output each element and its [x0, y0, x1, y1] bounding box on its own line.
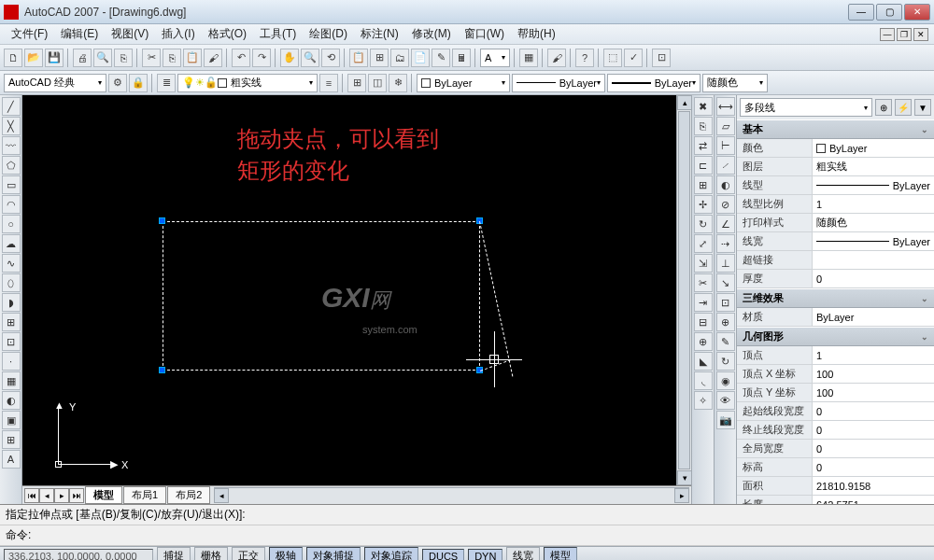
menu-help[interactable]: 帮助(H): [512, 24, 561, 44]
hatch-tool[interactable]: ▦: [2, 371, 21, 390]
prop-globalw-value[interactable]: 0: [812, 440, 934, 457]
properties-button[interactable]: 📋: [349, 49, 368, 67]
layer-freeze-button[interactable]: ❄: [389, 74, 407, 92]
prop-vy-value[interactable]: 100: [812, 384, 934, 401]
array-tool[interactable]: ⊞: [694, 175, 713, 194]
leader-tool[interactable]: ↘: [716, 273, 735, 292]
layer-states-button[interactable]: ⊞: [347, 74, 366, 92]
osnap-toggle[interactable]: 对象捕捉: [306, 547, 361, 560]
linetype-combo[interactable]: ByLayer▾: [512, 74, 605, 92]
paste-button[interactable]: 📋: [183, 49, 202, 67]
preview-button[interactable]: 🔍: [93, 49, 112, 67]
table-tool[interactable]: ⊞: [2, 430, 21, 449]
tab-last-button[interactable]: ⏭: [69, 488, 84, 503]
close-button[interactable]: ✕: [904, 4, 930, 21]
polar-toggle[interactable]: 极轴: [269, 547, 303, 560]
minimize-button[interactable]: —: [848, 4, 874, 21]
publish-button[interactable]: ⎘: [114, 49, 133, 67]
dim-angular-tool[interactable]: ∠: [716, 215, 735, 233]
tab-model[interactable]: 模型: [85, 486, 122, 504]
stretch-tool[interactable]: ⇲: [694, 254, 713, 273]
help-button[interactable]: ?: [575, 49, 594, 67]
offset-tool[interactable]: ⊏: [694, 156, 713, 175]
ducs-toggle[interactable]: DUCS: [422, 549, 464, 561]
dist-tool[interactable]: ⟷: [716, 97, 735, 116]
vertical-scrollbar[interactable]: ▴ ▾: [676, 95, 691, 485]
paint-button[interactable]: 🖌: [547, 49, 566, 67]
mirror-tool[interactable]: ⇄: [694, 136, 713, 155]
grip-tl[interactable]: [159, 217, 165, 224]
prop-startw-value[interactable]: 0: [812, 402, 934, 420]
copy-tool[interactable]: ⎘: [694, 117, 713, 135]
area-tool[interactable]: ▱: [716, 117, 735, 135]
fillet-tool[interactable]: ◟: [694, 371, 713, 390]
menu-file[interactable]: 文件(F): [6, 24, 53, 44]
ortho-toggle[interactable]: 正交: [232, 547, 265, 560]
prop-endw-value[interactable]: 0: [812, 421, 934, 439]
extend-tool[interactable]: ⇥: [694, 293, 713, 312]
layer-combo[interactable]: 💡 ☀ 🔓 粗实线 ▾: [177, 74, 318, 92]
erase-tool[interactable]: ✖: [694, 97, 713, 116]
tool-c-button[interactable]: ⊡: [652, 49, 671, 67]
layer-manager-button[interactable]: ≣: [157, 74, 176, 92]
menu-draw[interactable]: 绘图(D): [304, 24, 353, 44]
circle-tool[interactable]: ○: [2, 215, 21, 233]
snap-toggle[interactable]: 捕捉: [157, 547, 191, 560]
center-tool[interactable]: ⊕: [716, 313, 735, 331]
dim-update-tool[interactable]: ↻: [716, 352, 735, 371]
dim-diameter-tool[interactable]: ⊘: [716, 195, 735, 214]
menu-dimension[interactable]: 标注(N): [355, 24, 404, 44]
prop-ltscale-value[interactable]: 1: [812, 195, 934, 213]
prop-material-value[interactable]: ByLayer: [812, 308, 934, 326]
render-tool[interactable]: ◉: [716, 371, 735, 390]
scroll-left-button[interactable]: ◂: [214, 488, 229, 503]
drawing-canvas[interactable]: 拖动夹点，可以看到 矩形的变化 GXI网: [22, 95, 676, 485]
block-button[interactable]: ▦: [519, 49, 538, 67]
menu-format[interactable]: 格式(O): [203, 24, 252, 44]
xline-tool[interactable]: ╳: [2, 117, 21, 135]
cam-tool[interactable]: 📷: [716, 411, 735, 429]
trim-tool[interactable]: ✂: [694, 273, 713, 292]
tolerance-tool[interactable]: ⊡: [716, 293, 735, 312]
lineweight-combo[interactable]: ByLayer▾: [607, 74, 700, 92]
new-button[interactable]: 🗋: [4, 49, 22, 67]
tab-prev-button[interactable]: ◂: [39, 488, 54, 503]
scroll-down-button[interactable]: ▾: [677, 470, 692, 485]
ellipse-tool[interactable]: ⬯: [2, 273, 21, 292]
dim-continue-tool[interactable]: ⇢: [716, 234, 735, 253]
props-filter-button[interactable]: ▼: [914, 99, 931, 116]
spline-tool[interactable]: ∿: [2, 254, 21, 273]
color-combo[interactable]: ByLayer▾: [417, 74, 510, 92]
scroll-thumb-v[interactable]: [678, 111, 690, 469]
prop-layer-value[interactable]: 粗实线: [812, 158, 934, 175]
dim-baseline-tool[interactable]: ⊥: [716, 254, 735, 273]
save-button[interactable]: 💾: [45, 49, 64, 67]
copy-button[interactable]: ⎘: [163, 49, 181, 67]
pan-button[interactable]: ✋: [280, 49, 299, 67]
ellipsearc-tool[interactable]: ◗: [2, 293, 21, 312]
grid-toggle[interactable]: 栅格: [194, 547, 228, 560]
otrack-toggle[interactable]: 对象追踪: [364, 547, 418, 560]
coordinates-display[interactable]: 336.2103, 100.0000, 0.0000: [4, 549, 153, 561]
prop-area-value[interactable]: 21810.9158: [812, 477, 934, 495]
props-pick-button[interactable]: ⊕: [875, 99, 892, 116]
region-tool[interactable]: ▣: [2, 411, 21, 429]
menu-modify[interactable]: 修改(M): [406, 24, 457, 44]
point-tool[interactable]: ·: [2, 352, 21, 371]
polyline-tool[interactable]: 〰: [2, 136, 21, 155]
dim-edit-tool[interactable]: ✎: [716, 332, 735, 351]
lwt-toggle[interactable]: 线宽: [506, 547, 540, 560]
tab-next-button[interactable]: ▸: [54, 488, 69, 503]
plotstyle-combo[interactable]: 随颜色▾: [702, 74, 768, 92]
workspace-save-button[interactable]: 🔒: [129, 74, 148, 92]
scroll-right-button[interactable]: ▸: [674, 488, 689, 503]
tab-layout1[interactable]: 布局1: [123, 486, 166, 504]
doc-close-button[interactable]: ✕: [913, 28, 928, 41]
zoom-button[interactable]: 🔍: [301, 49, 319, 67]
workspace-combo[interactable]: AutoCAD 经典▾: [4, 74, 106, 92]
view-tool[interactable]: 👁: [716, 391, 735, 410]
dim-aligned-tool[interactable]: ⟋: [716, 156, 735, 175]
rotate-tool[interactable]: ↻: [694, 215, 713, 233]
prop-lineweight-value[interactable]: ByLayer: [812, 232, 934, 250]
explode-tool[interactable]: ✧: [694, 391, 713, 410]
